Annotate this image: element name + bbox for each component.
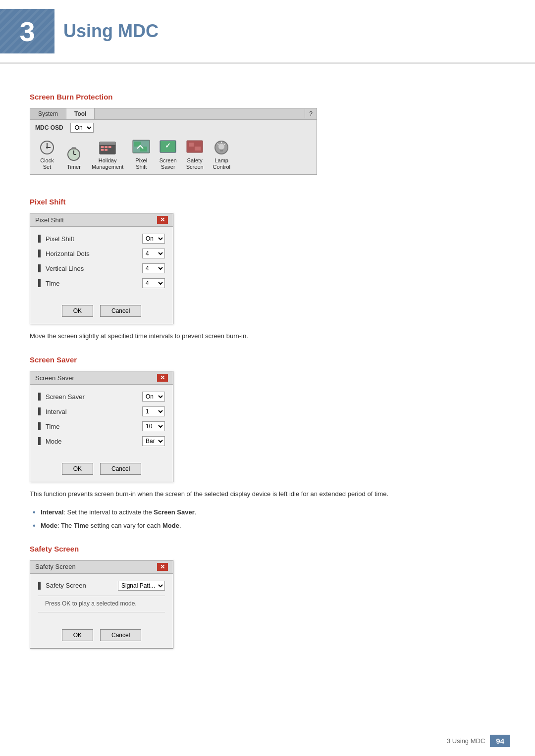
- toolbar-icon-timer[interactable]: Timer: [65, 146, 83, 170]
- pixel-shift-cancel-button[interactable]: Cancel: [100, 305, 141, 317]
- row-indicator: [38, 407, 41, 415]
- safety-screen-close-button[interactable]: ✕: [157, 563, 168, 571]
- bullet-interval-key: Interval: [41, 508, 63, 516]
- lamp-control-icon: [213, 140, 230, 155]
- row-indicator: [38, 235, 41, 243]
- pixel-shift-description: Move the screen slightly at specified ti…: [30, 331, 505, 342]
- safety-screen-select[interactable]: Signal Patt...: [118, 581, 165, 591]
- screen-saver-row-1: Interval 1: [38, 406, 165, 416]
- lamp-control-label: LampControl: [213, 157, 230, 170]
- section-burn-protection: Screen Burn Protection: [30, 93, 505, 101]
- timer-icon: [65, 146, 83, 162]
- pixel-shift-value-select[interactable]: OnOff: [142, 234, 165, 244]
- row-label-vertical-lines: Vertical Lines: [46, 265, 142, 272]
- chapter-number: 3: [0, 9, 54, 53]
- pixel-shift-row-2: Vertical Lines 4: [38, 263, 165, 273]
- tab-tool[interactable]: Tool: [66, 108, 95, 119]
- pixel-shift-row-0: Pixel Shift OnOff: [38, 234, 165, 244]
- time-select[interactable]: 4: [142, 278, 165, 288]
- toolbar-icon-holiday-management[interactable]: HolidayManagement: [92, 140, 123, 170]
- screen-saver-bullet-list: Interval: Set the interval to activate t…: [30, 507, 505, 531]
- screen-saver-icon: ✓: [159, 140, 177, 155]
- toolbar-question-icon[interactable]: ?: [305, 109, 317, 118]
- bullet-interval-text: : Set the interval to activate the: [63, 508, 154, 516]
- chapter-number-text: 3: [19, 15, 35, 48]
- row-value-mode: Bar: [142, 436, 165, 446]
- footer-chapter-label: 3 Using MDC: [447, 737, 485, 745]
- row-label-mode: Mode: [46, 438, 142, 445]
- toolbar-icon-clock-set[interactable]: ClockSet: [38, 140, 56, 170]
- row-indicator: [38, 422, 41, 430]
- screen-saver-body: Screen Saver OnOff Interval 1 Time: [30, 385, 173, 458]
- pixel-shift-row-1: Horizontal Dots 4: [38, 249, 165, 258]
- svg-rect-14: [101, 149, 104, 151]
- vertical-lines-select[interactable]: 4: [142, 263, 165, 273]
- section-pixel-shift: Pixel Shift: [30, 198, 505, 206]
- bullet-mode-text: : The: [57, 522, 74, 529]
- mdc-osd-select[interactable]: On Off: [70, 123, 94, 133]
- bullet-mode-middle: setting can vary for each: [89, 522, 162, 529]
- row-value-safety-screen: Signal Patt...: [118, 581, 165, 591]
- screen-saver-ok-button[interactable]: OK: [62, 463, 93, 475]
- screen-saver-row-3: Mode Bar: [38, 436, 165, 446]
- screen-saver-label: ScreenSaver: [160, 157, 177, 170]
- safety-screen-footer: OK Cancel: [30, 624, 173, 648]
- safety-screen-icon: [186, 140, 204, 155]
- svg-rect-15: [105, 149, 107, 151]
- svg-rect-12: [105, 146, 107, 148]
- screen-saver-row-2: Time 10: [38, 421, 165, 431]
- toolbar-icon-screen-saver[interactable]: ✓ ScreenSaver: [159, 140, 177, 170]
- pixel-shift-icon: [132, 140, 150, 155]
- row-indicator: [38, 393, 41, 401]
- row-value-horizontal-dots: 4: [142, 249, 165, 258]
- safety-screen-label: SafetyScreen: [186, 157, 204, 170]
- svg-rect-22: [189, 143, 194, 147]
- row-value-time: 4: [142, 278, 165, 288]
- footer-page-number: 94: [490, 735, 510, 747]
- svg-rect-9: [100, 142, 115, 146]
- safety-screen-dialog: Safety Screen ✕ Safety Screen Signal Pat…: [30, 560, 173, 649]
- row-indicator: [38, 437, 41, 445]
- toolbar-icon-lamp-control[interactable]: LampControl: [213, 140, 230, 170]
- time-ss-select[interactable]: 10: [142, 421, 165, 431]
- screen-saver-cancel-button[interactable]: Cancel: [100, 463, 141, 475]
- pixel-shift-footer: OK Cancel: [30, 300, 173, 324]
- screen-saver-close-button[interactable]: ✕: [157, 374, 168, 382]
- row-value-ss: OnOff: [142, 392, 165, 402]
- page-footer: 3 Using MDC 94: [447, 735, 510, 747]
- row-value-pixel-shift: OnOff: [142, 234, 165, 244]
- clock-set-label: ClockSet: [40, 157, 54, 170]
- svg-rect-11: [101, 146, 104, 148]
- pixel-shift-ok-button[interactable]: OK: [62, 305, 93, 317]
- svg-rect-23: [195, 147, 201, 151]
- chapter-title: Using MDC: [63, 21, 159, 42]
- mode-select[interactable]: Bar: [142, 436, 165, 446]
- toolbar-panel: System Tool ? MDC OSD On Off: [30, 108, 317, 175]
- safety-screen-title: Safety Screen: [35, 563, 76, 570]
- bullet-interval-bold: Screen Saver: [154, 508, 194, 516]
- safety-screen-ok-button[interactable]: OK: [62, 629, 93, 641]
- tab-system[interactable]: System: [30, 108, 66, 119]
- row-label-time: Time: [46, 280, 142, 287]
- pixel-shift-body: Pixel Shift OnOff Horizontal Dots 4: [30, 227, 173, 300]
- clock-set-icon: [38, 140, 56, 155]
- row-label-pixel-shift: Pixel Shift: [46, 235, 142, 243]
- bullet-mode: Mode: The Time setting can vary for each…: [30, 521, 505, 531]
- screen-saver-select[interactable]: OnOff: [142, 392, 165, 402]
- row-indicator: [38, 264, 41, 272]
- section-screen-saver: Screen Saver: [30, 355, 505, 364]
- svg-point-3: [46, 147, 48, 149]
- section-safety-screen: Safety Screen: [30, 545, 505, 553]
- row-value-interval: 1: [142, 406, 165, 416]
- toolbar-icon-safety-screen[interactable]: SafetyScreen: [186, 140, 204, 170]
- svg-point-25: [218, 144, 224, 150]
- safety-screen-body: Safety Screen Signal Patt... Press OK to…: [30, 574, 173, 624]
- svg-rect-13: [108, 146, 111, 148]
- toolbar-icon-pixel-shift[interactable]: PixelShift: [132, 140, 150, 170]
- horizontal-dots-select[interactable]: 4: [142, 249, 165, 258]
- interval-select[interactable]: 1: [142, 406, 165, 416]
- screen-saver-row-0: Screen Saver OnOff: [38, 392, 165, 402]
- row-label-horizontal-dots: Horizontal Dots: [46, 250, 142, 257]
- pixel-shift-close-button[interactable]: ✕: [157, 216, 168, 224]
- safety-screen-cancel-button[interactable]: Cancel: [100, 629, 141, 641]
